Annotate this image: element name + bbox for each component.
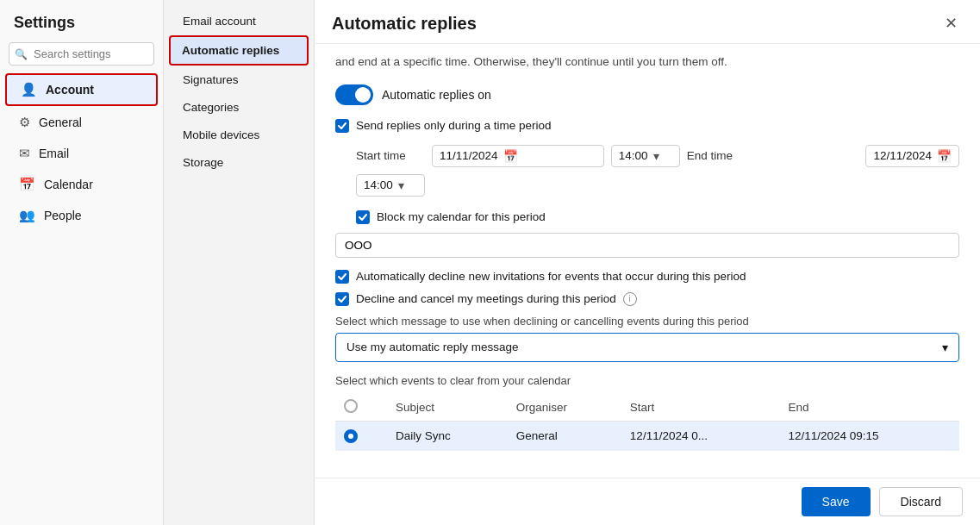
select-message-label: Select which message to use when declini…	[335, 315, 959, 328]
row-select-cell[interactable]	[335, 421, 387, 450]
end-time-chevron-icon: ▾	[398, 178, 404, 192]
end-date-calendar-icon: 📅	[937, 149, 952, 163]
table-row: Daily Sync General 12/11/2024 0... 12/11…	[335, 421, 959, 450]
end-time-label: End time	[687, 149, 859, 162]
events-label: Select which events to clear from your c…	[335, 374, 959, 387]
block-calendar-row: Block my calendar for this period	[356, 210, 959, 224]
toggle-row: Automatic replies on	[335, 84, 959, 105]
sidebar-item-calendar[interactable]: 📅 Calendar	[5, 170, 158, 199]
app-title: Settings	[0, 7, 163, 42]
mid-label-email-account: Email account	[183, 15, 256, 28]
mid-item-storage[interactable]: Storage	[169, 149, 309, 176]
automatic-replies-toggle[interactable]	[335, 84, 373, 105]
start-date-value: 11/11/2024	[440, 149, 498, 162]
sidebar-label-general: General	[39, 116, 82, 129]
events-table: Subject Organiser Start End Daily Sync G…	[335, 394, 959, 451]
row-radio-checked[interactable]	[344, 429, 358, 443]
general-icon: ⚙	[19, 115, 30, 130]
toggle-knob	[355, 87, 371, 103]
decline-meetings-row: Decline and cancel my meetings during th…	[335, 292, 959, 306]
col-start: Start	[621, 394, 780, 422]
sidebar: Settings 🔍 👤 Account ⚙ General ✉ Email 📅…	[0, 0, 164, 525]
sidebar-item-account[interactable]: 👤 Account	[5, 73, 158, 106]
time-period-label: Send replies only during a time period	[356, 119, 552, 132]
row-organiser: General	[508, 421, 621, 450]
main-footer: Save Discard	[315, 478, 980, 525]
row-start: 12/11/2024 0...	[621, 421, 780, 450]
mid-label-automatic-replies: Automatic replies	[182, 44, 279, 57]
decline-meetings-label: Decline and cancel my meetings during th…	[356, 292, 616, 305]
discard-button[interactable]: Discard	[879, 487, 963, 516]
sidebar-item-general[interactable]: ⚙ General	[5, 108, 158, 137]
mid-label-categories: Categories	[183, 101, 239, 114]
end-time-input[interactable]: 14:00 ▾	[356, 174, 425, 197]
mid-panel: Email account Automatic replies Signatur…	[164, 0, 315, 525]
time-grid: Start time 11/11/2024 📅 14:00 ▾ End time…	[356, 145, 959, 197]
end-date-value: 12/11/2024	[873, 149, 932, 162]
mid-item-mobile-devices[interactable]: Mobile devices	[169, 122, 309, 148]
ooo-input[interactable]	[335, 233, 959, 258]
sidebar-label-account: Account	[46, 83, 94, 97]
email-icon: ✉	[19, 146, 30, 161]
col-select	[335, 394, 387, 422]
row-end: 12/11/2024 09:15	[779, 421, 959, 450]
main-panel: Automatic replies ✕ and end at a specifi…	[315, 0, 980, 525]
row-subject: Daily Sync	[387, 421, 508, 450]
calendar-icon: 📅	[19, 177, 35, 192]
start-time-chevron-icon: ▾	[653, 149, 659, 163]
mid-item-automatic-replies[interactable]: Automatic replies	[169, 35, 309, 66]
search-box[interactable]: 🔍	[9, 42, 154, 66]
search-input[interactable]	[9, 42, 154, 66]
info-icon[interactable]: i	[623, 292, 637, 306]
sidebar-label-email: Email	[39, 147, 69, 160]
description-text: and end at a specific time. Otherwise, t…	[335, 54, 959, 71]
sidebar-label-people: People	[44, 209, 82, 222]
start-date-calendar-icon: 📅	[503, 149, 518, 163]
start-date-input[interactable]: 11/11/2024 📅	[432, 145, 604, 167]
col-end: End	[779, 394, 959, 422]
mid-label-signatures: Signatures	[183, 73, 239, 86]
search-icon: 🔍	[15, 48, 28, 60]
mid-label-storage: Storage	[183, 156, 223, 169]
dropdown-chevron-icon: ▾	[942, 341, 948, 354]
col-subject: Subject	[387, 394, 508, 422]
mid-label-mobile-devices: Mobile devices	[183, 128, 259, 141]
mid-item-categories[interactable]: Categories	[169, 94, 309, 121]
select-all-radio[interactable]	[344, 399, 358, 413]
end-date-input[interactable]: 12/11/2024 📅	[865, 145, 959, 167]
close-button[interactable]: ✕	[939, 12, 963, 34]
decline-meetings-checkbox[interactable]	[335, 292, 349, 306]
sidebar-label-calendar: Calendar	[44, 178, 93, 191]
decline-invitations-checkbox[interactable]	[335, 270, 349, 284]
time-period-checkbox[interactable]	[335, 119, 349, 133]
main-content: and end at a specific time. Otherwise, t…	[315, 44, 980, 478]
mid-item-email-account[interactable]: Email account	[169, 8, 309, 34]
decline-invitations-label: Automatically decline new invitations fo…	[356, 270, 746, 283]
block-calendar-checkbox[interactable]	[356, 210, 370, 224]
start-time-value: 14:00	[619, 149, 648, 162]
decline-invitations-row: Automatically decline new invitations fo…	[335, 270, 959, 284]
col-organiser: Organiser	[508, 394, 621, 422]
save-button[interactable]: Save	[802, 487, 871, 516]
time-period-checkbox-row: Send replies only during a time period	[335, 119, 959, 133]
message-dropdown[interactable]: Use my automatic reply message ▾	[335, 333, 959, 362]
start-time-label: Start time	[356, 149, 425, 162]
mid-item-signatures[interactable]: Signatures	[169, 66, 309, 93]
block-calendar-label: Block my calendar for this period	[377, 210, 546, 223]
sidebar-item-people[interactable]: 👥 People	[5, 201, 158, 230]
table-header-row: Subject Organiser Start End	[335, 394, 959, 422]
page-title: Automatic replies	[332, 14, 477, 34]
toggle-label: Automatic replies on	[382, 88, 491, 102]
account-icon: 👤	[21, 82, 37, 97]
people-icon: 👥	[19, 208, 35, 223]
sidebar-item-email[interactable]: ✉ Email	[5, 139, 158, 168]
main-header: Automatic replies ✕	[315, 0, 980, 44]
end-time-value: 14:00	[364, 178, 393, 191]
start-time-input[interactable]: 14:00 ▾	[611, 145, 680, 167]
dropdown-value: Use my automatic reply message	[346, 341, 519, 353]
